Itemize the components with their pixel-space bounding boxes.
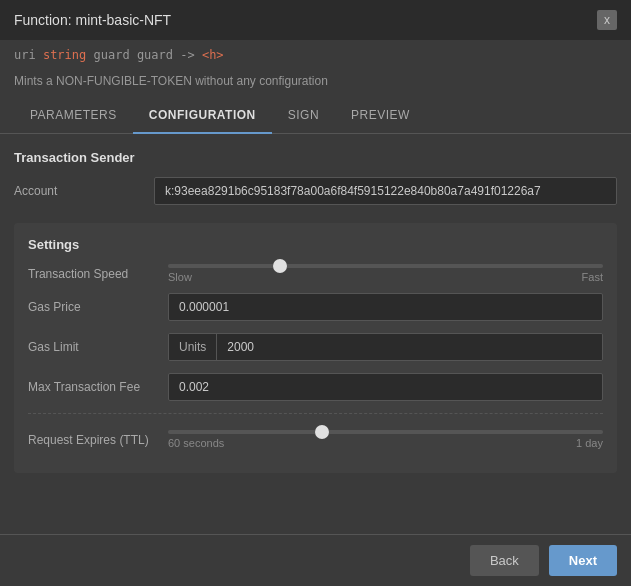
gas-price-row: Gas Price	[28, 293, 603, 321]
ttl-slider-labels: 60 seconds 1 day	[168, 437, 603, 449]
sig-string: string	[43, 48, 86, 62]
max-tx-fee-label: Max Transaction Fee	[28, 380, 168, 394]
close-button[interactable]: x	[597, 10, 617, 30]
section-divider	[28, 413, 603, 414]
sig-guard2: guard	[137, 48, 173, 62]
function-signature: uri string guard guard -> <h>	[0, 40, 631, 70]
account-row: Account	[14, 177, 617, 205]
tab-parameters[interactable]: PARAMETERS	[14, 98, 133, 134]
modal-window: Function: mint-basic-NFT x uri string gu…	[0, 0, 631, 586]
back-button[interactable]: Back	[470, 545, 539, 576]
gas-limit-value-input[interactable]	[217, 334, 602, 360]
gas-limit-input-wrap: Units	[168, 333, 603, 361]
slider-labels: Slow Fast	[168, 271, 603, 283]
modal-title: Function: mint-basic-NFT	[14, 12, 171, 28]
gas-limit-units: Units	[169, 334, 217, 360]
transaction-speed-slider-wrap: Slow Fast	[168, 264, 603, 283]
settings-heading: Settings	[28, 237, 603, 252]
settings-section: Settings Transaction Speed Slow Fast Gas…	[14, 223, 617, 473]
sig-uri: uri	[14, 48, 36, 62]
ttl-row: Request Expires (TTL) 60 seconds 1 day	[28, 430, 603, 449]
ttl-min-label: 60 seconds	[168, 437, 224, 449]
tab-configuration[interactable]: CONFIGURATION	[133, 98, 272, 134]
title-bar: Function: mint-basic-NFT x	[0, 0, 631, 40]
ttl-label: Request Expires (TTL)	[28, 433, 168, 447]
slider-fast-label: Fast	[582, 271, 603, 283]
sig-return: <h>	[202, 48, 224, 62]
tabs-bar: PARAMETERS CONFIGURATION SIGN PREVIEW	[0, 98, 631, 134]
account-input[interactable]	[154, 177, 617, 205]
tab-preview[interactable]: PREVIEW	[335, 98, 426, 134]
function-description: Mints a NON-FUNGIBLE-TOKEN without any c…	[0, 70, 631, 98]
ttl-max-label: 1 day	[576, 437, 603, 449]
main-content: Transaction Sender Account Settings Tran…	[0, 134, 631, 534]
footer: Back Next	[0, 534, 631, 586]
slider-track-row	[168, 264, 603, 268]
sig-arrow: ->	[180, 48, 194, 62]
transaction-speed-slider[interactable]	[168, 264, 603, 268]
tab-sign[interactable]: SIGN	[272, 98, 335, 134]
gas-limit-row: Gas Limit Units	[28, 333, 603, 361]
max-tx-fee-input[interactable]	[168, 373, 603, 401]
tx-sender-heading: Transaction Sender	[14, 150, 617, 165]
gas-price-label: Gas Price	[28, 300, 168, 314]
next-button[interactable]: Next	[549, 545, 617, 576]
ttl-slider-wrap: 60 seconds 1 day	[168, 430, 603, 449]
sig-guard1: guard	[94, 48, 130, 62]
account-label: Account	[14, 184, 154, 198]
slider-slow-label: Slow	[168, 271, 192, 283]
ttl-slider-track-row	[168, 430, 603, 434]
transaction-speed-row: Transaction Speed Slow Fast	[28, 264, 603, 283]
gas-price-input[interactable]	[168, 293, 603, 321]
gas-limit-label: Gas Limit	[28, 340, 168, 354]
transaction-speed-label: Transaction Speed	[28, 267, 168, 281]
tx-sender-section: Transaction Sender Account	[14, 150, 617, 205]
max-tx-fee-row: Max Transaction Fee	[28, 373, 603, 401]
ttl-slider[interactable]	[168, 430, 603, 434]
